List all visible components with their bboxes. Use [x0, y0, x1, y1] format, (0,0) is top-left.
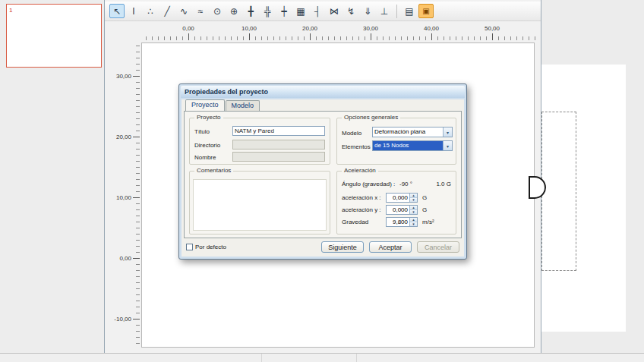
next-button[interactable]: Siguiente: [321, 241, 364, 253]
thumbnail-panel: 1: [0, 0, 104, 353]
title-input[interactable]: NATM y Pared: [232, 126, 325, 136]
text-tool-icon[interactable]: I: [126, 4, 141, 18]
application-screen: 1 ↖ I ∴ ╱ ∿ ≈ ⊙ ⊕ ╋ ╬ ┿ ▦ ┤ ⋈ ↯ ⇓ ⊥ ▤ ▣ …: [0, 0, 644, 362]
load-b-tool-icon[interactable]: ⇓: [360, 4, 375, 18]
rotate-tool-icon[interactable]: ⊙: [210, 4, 225, 18]
tab-modelo[interactable]: Modelo: [226, 100, 260, 111]
vertical-ruler: 30,00 20,00 10,00 0,00 -10,00: [105, 42, 141, 348]
tab-proyecto[interactable]: Proyecto: [185, 99, 225, 111]
v-ruler-label: 30,00: [116, 73, 131, 80]
model-value: Deformación plana: [373, 127, 443, 137]
name-input: [232, 152, 325, 162]
ok-button[interactable]: Aceptar: [369, 241, 412, 253]
selection-marquee: [541, 112, 576, 271]
title-label: Título: [194, 128, 210, 135]
status-cell: [0, 354, 262, 362]
plate-tool-icon[interactable]: ▦: [293, 4, 308, 18]
h-ruler-ticks: [141, 33, 536, 40]
directory-label: Directorio: [194, 142, 220, 149]
elements-dropdown[interactable]: de 15 Nodos ▾: [372, 140, 453, 151]
load-a-tool-icon[interactable]: ↯: [343, 4, 358, 18]
dialog-title: Propiedades del proyecto: [185, 88, 268, 96]
gravity-unit: m/s²: [422, 219, 434, 225]
h-ruler-label: 40,00: [424, 25, 439, 32]
dialog-titlebar[interactable]: Propiedades del proyecto: [181, 86, 465, 98]
chevron-down-icon[interactable]: ▾: [443, 127, 452, 137]
project-group-legend: Proyecto: [194, 114, 223, 121]
v-ruler-label: 10,00: [116, 194, 131, 201]
move-tool-icon[interactable]: ╋: [243, 4, 258, 18]
status-cell: [357, 354, 644, 362]
page-thumbnail[interactable]: 1: [6, 4, 102, 68]
interface-tool-icon[interactable]: ┤: [310, 4, 325, 18]
accel-y-value: 0,000: [387, 206, 409, 214]
accel-y-label: aceleración y :: [342, 206, 381, 213]
status-bar: [0, 353, 644, 362]
gravity-label: Gravedad: [342, 219, 368, 225]
checkbox-icon[interactable]: [186, 244, 193, 250]
table-view-icon[interactable]: ▤: [402, 4, 417, 18]
gravity-spinner[interactable]: 9,800 ▴▾: [386, 217, 418, 227]
acceleration-group-legend: Aceleración: [342, 167, 378, 174]
angle-label: Ángulo (gravedad) :: [342, 181, 395, 187]
spin-down-icon[interactable]: ▾: [410, 197, 417, 202]
comments-group-legend: Comentarios: [194, 167, 233, 174]
tab-panel: Proyecto Título NATM y Pared Directorio …: [184, 111, 462, 238]
dialog-client: Proyecto Modelo Proyecto Título NATM y P…: [182, 99, 464, 257]
directory-input: [232, 140, 325, 150]
geogrid-tool-icon[interactable]: ⊕: [226, 4, 242, 18]
default-checkbox[interactable]: Por defecto: [186, 244, 226, 250]
toolbar-separator: [396, 5, 397, 18]
accel-y-spinner[interactable]: 0,000 ▴▾: [386, 205, 418, 215]
comments-group: Comentarios: [189, 171, 330, 235]
spin-down-icon[interactable]: ▾: [410, 222, 417, 226]
default-checkbox-label: Por defecto: [195, 244, 226, 250]
spring-tool-icon[interactable]: ≈: [193, 4, 208, 18]
spin-down-icon[interactable]: ▾: [410, 209, 417, 214]
name-label: Nombre: [194, 154, 216, 161]
project-properties-dialog: Propiedades del proyecto Proyecto Modelo…: [178, 83, 467, 260]
line-tool-icon[interactable]: ╱: [159, 4, 175, 18]
fixed-anchor-tool-icon[interactable]: ┿: [276, 4, 292, 18]
accel-x-unit: G: [422, 194, 427, 201]
select-tool-icon[interactable]: ↖: [109, 4, 125, 18]
node-anchor-tool-icon[interactable]: ╬: [260, 4, 275, 18]
general-options-group: Opciones generales Modelo Deformación pl…: [336, 118, 456, 165]
v-ruler-label: -10,00: [114, 316, 131, 323]
accel-x-label: aceleración x :: [342, 194, 381, 201]
v-ruler-label: 0,00: [119, 255, 131, 262]
point-tool-icon[interactable]: ∴: [143, 4, 158, 18]
polyline-tool-icon[interactable]: ∿: [176, 4, 191, 18]
dialog-buttons: Siguiente Aceptar Cancelar: [321, 241, 459, 253]
h-ruler-label: 30,00: [363, 25, 378, 32]
comments-textarea[interactable]: [193, 179, 327, 231]
general-group-legend: Opciones generales: [342, 114, 400, 121]
fixity-tool-icon[interactable]: ⊥: [377, 4, 392, 18]
accel-x-value: 0,000: [387, 194, 409, 202]
chevron-down-icon[interactable]: ▾: [443, 141, 452, 150]
v-ruler-ticks: [133, 42, 140, 348]
h-ruler-label: 0,00: [182, 25, 194, 32]
horizontal-ruler: 0,00 10,00 20,00 30,00 40,00 50,00: [141, 24, 536, 42]
model-label: Modelo: [342, 130, 361, 137]
angle-g-value: 1.0 G: [436, 181, 451, 187]
accel-x-spinner[interactable]: 0,000 ▴▾: [386, 193, 418, 203]
project-group: Proyecto Título NATM y Pared Directorio …: [189, 118, 330, 165]
acceleration-group: Aceleración Ángulo (gravedad) : -90 ° 1.…: [336, 171, 456, 235]
h-ruler-label: 20,00: [302, 25, 317, 32]
elements-label: Elementos: [342, 143, 371, 150]
angle-value: -90 °: [399, 181, 412, 187]
h-ruler-label: 10,00: [242, 25, 257, 32]
dialog-bottom-bar: Por defecto Siguiente Aceptar Cancelar: [182, 241, 464, 253]
dialog-tabs: Proyecto Modelo: [185, 100, 260, 111]
h-ruler-label: 50,00: [485, 25, 500, 32]
connection-tool-icon[interactable]: ⋈: [327, 4, 342, 18]
toolbar: ↖ I ∴ ╱ ∿ ≈ ⊙ ⊕ ╋ ╬ ┿ ▦ ┤ ⋈ ↯ ⇓ ⊥ ▤ ▣: [105, 2, 541, 21]
calculate-icon[interactable]: ▣: [418, 4, 434, 18]
elements-value: de 15 Nodos: [373, 141, 443, 150]
thumbnail-number: 1: [9, 7, 12, 14]
v-ruler-label: 20,00: [116, 134, 131, 140]
gravity-value: 9,800: [387, 218, 409, 226]
model-dropdown[interactable]: Deformación plana ▾: [372, 127, 453, 137]
status-cell: [262, 354, 357, 362]
